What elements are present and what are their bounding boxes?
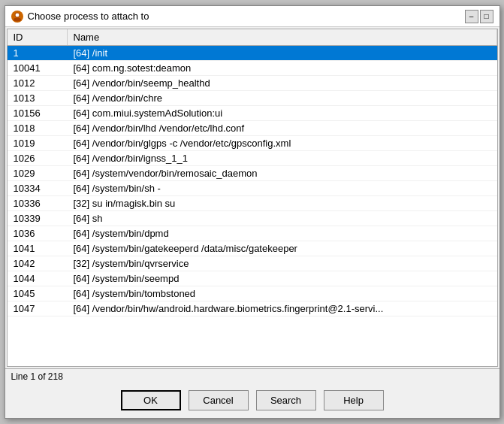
cell-name: [64] /system/bin/tombstoned: [68, 286, 497, 301]
cell-name: [64] /system/bin/dpmd: [68, 226, 497, 241]
cell-name: [64] /init: [68, 46, 497, 60]
table-row[interactable]: 1019[64] /vendor/bin/glgps -c /vendor/et…: [8, 136, 497, 151]
cell-id: 10156: [8, 106, 68, 120]
cell-name: [32] /system/bin/qvrservice: [68, 256, 497, 271]
cell-name: [64] /system/bin/seempd: [68, 271, 497, 286]
status-bar: Line 1 of 218: [5, 368, 499, 384]
table-row[interactable]: 1029[64] /system/vendor/bin/remosaic_dae…: [8, 166, 497, 181]
table-row[interactable]: 10156[64] com.miui.systemAdSolution:ui: [8, 106, 497, 121]
table-row[interactable]: 1036[64] /system/bin/dpmd: [8, 226, 497, 241]
cell-id: 1045: [8, 286, 68, 301]
table-row[interactable]: 1045[64] /system/bin/tombstoned: [8, 286, 497, 301]
title-bar: Choose process to attach to – □: [5, 6, 499, 27]
cell-name: [64] com.miui.systemAdSolution:ui: [68, 106, 497, 120]
table-row[interactable]: 10339[64] sh: [8, 211, 497, 226]
cancel-button[interactable]: Cancel: [189, 390, 249, 410]
column-header-id: ID: [8, 29, 68, 45]
cell-id: 1042: [8, 256, 68, 271]
cell-id: 1047: [8, 301, 68, 316]
close-button[interactable]: □: [480, 10, 493, 23]
cell-id: 1019: [8, 136, 68, 150]
cell-id: 1: [8, 46, 68, 60]
cell-name: [64] /vendor/bin/glgps -c /vendor/etc/gp…: [68, 136, 497, 150]
svg-point-1: [14, 17, 21, 21]
cell-id: 1012: [8, 76, 68, 90]
table-row[interactable]: 10334[64] /system/bin/sh -: [8, 181, 497, 196]
cell-name: [64] /system/bin/gatekeeperd /data/misc/…: [68, 241, 497, 256]
cell-name: [64] /vendor/bin/chre: [68, 91, 497, 105]
process-table: ID Name 1[64] /init10041[64] com.ng.sote…: [7, 29, 498, 367]
cell-name: [64] /system/bin/sh -: [68, 181, 497, 195]
table-row[interactable]: 1[64] /init: [8, 46, 497, 61]
cell-id: 10334: [8, 181, 68, 195]
table-body[interactable]: 1[64] /init10041[64] com.ng.sotest:deamo…: [8, 46, 497, 363]
table-row[interactable]: 10041[64] com.ng.sotest:deamon: [8, 61, 497, 76]
cell-id: 1018: [8, 121, 68, 135]
search-button[interactable]: Search: [256, 390, 316, 410]
cell-name: [64] com.ng.sotest:deamon: [68, 61, 497, 75]
cell-name: [64] /vendor/bin/hw/android.hardware.bio…: [68, 301, 497, 316]
cell-id: 10339: [8, 211, 68, 226]
table-row[interactable]: 1026[64] /vendor/bin/ignss_1_1: [8, 151, 497, 166]
button-row: OK Cancel Search Help: [5, 384, 499, 418]
cell-name: [32] su in/magisk.bin su: [68, 196, 497, 210]
column-header-name: Name: [68, 29, 497, 45]
cell-id: 1044: [8, 271, 68, 286]
cell-id: 1013: [8, 91, 68, 105]
cell-id: 10336: [8, 196, 68, 210]
window-title: Choose process to attach to: [28, 11, 149, 22]
table-row[interactable]: 1044[64] /system/bin/seempd: [8, 271, 497, 286]
title-bar-left: Choose process to attach to: [11, 11, 149, 23]
table-row[interactable]: 1041[64] /system/bin/gatekeeperd /data/m…: [8, 241, 497, 256]
table-row[interactable]: 1042[32] /system/bin/qvrservice: [8, 256, 497, 271]
help-button[interactable]: Help: [324, 390, 384, 410]
content-area: ID Name 1[64] /init10041[64] com.ng.sote…: [5, 27, 499, 384]
status-text: Line 1 of 218: [11, 371, 63, 382]
table-row[interactable]: 1013[64] /vendor/bin/chre: [8, 91, 497, 106]
cell-name: [64] /vendor/bin/lhd /vendor/etc/lhd.con…: [68, 121, 497, 135]
minimize-button[interactable]: –: [465, 10, 478, 23]
table-row[interactable]: 1012[64] /vendor/bin/seemp_healthd: [8, 76, 497, 91]
dialog-window: Choose process to attach to – □ ID Name …: [5, 5, 500, 419]
cell-id: 1026: [8, 151, 68, 165]
svg-point-0: [15, 13, 20, 17]
table-header: ID Name: [8, 29, 497, 46]
cell-name: [64] /vendor/bin/ignss_1_1: [68, 151, 497, 165]
table-row[interactable]: 10336[32] su in/magisk.bin su: [8, 196, 497, 211]
cell-name: [64] sh: [68, 211, 497, 226]
title-bar-controls: – □: [465, 10, 493, 23]
cell-id: 1029: [8, 166, 68, 180]
ok-button[interactable]: OK: [121, 390, 181, 410]
cell-id: 1041: [8, 241, 68, 256]
cell-name: [64] /system/vendor/bin/remosaic_daemon: [68, 166, 497, 180]
cell-name: [64] /vendor/bin/seemp_healthd: [68, 76, 497, 90]
cell-id: 10041: [8, 61, 68, 75]
cell-id: 1036: [8, 226, 68, 241]
app-icon: [11, 11, 23, 23]
table-row[interactable]: 1018[64] /vendor/bin/lhd /vendor/etc/lhd…: [8, 121, 497, 136]
table-row[interactable]: 1047[64] /vendor/bin/hw/android.hardware…: [8, 301, 497, 316]
